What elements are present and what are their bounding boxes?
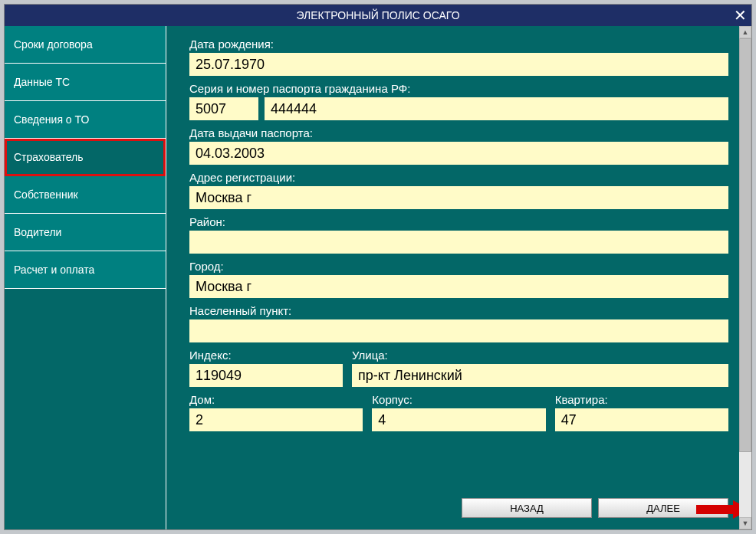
sidebar: Сроки договора Данные ТС Сведения о ТО С…	[5, 26, 166, 529]
scroll-down-icon[interactable]: ▼	[739, 517, 751, 529]
house-label: Дом:	[189, 393, 363, 406]
titlebar: ЭЛЕКТРОННЫЙ ПОЛИС ОСАГО ✕	[5, 5, 751, 26]
passport-number-input[interactable]	[265, 97, 728, 120]
locality-label: Населенный пункт:	[189, 304, 728, 317]
city-label: Город:	[189, 260, 728, 273]
city-input[interactable]	[189, 275, 728, 298]
sidebar-item-insurer[interactable]: Страхователь	[5, 139, 166, 176]
sidebar-item-label: Водители	[14, 226, 61, 238]
scroll-thumb[interactable]	[739, 38, 751, 452]
street-input[interactable]	[352, 364, 728, 387]
sidebar-item-payment[interactable]: Расчет и оплата	[5, 251, 166, 289]
birthdate-label: Дата рождения:	[189, 38, 728, 51]
sidebar-item-terms[interactable]: Сроки договора	[5, 26, 166, 64]
sidebar-item-owner[interactable]: Собственник	[5, 176, 166, 214]
sidebar-item-label: Данные ТС	[14, 76, 70, 88]
street-label: Улица:	[352, 349, 728, 362]
passport-series-input[interactable]	[189, 97, 258, 120]
index-input[interactable]	[189, 364, 343, 387]
apartment-label: Квартира:	[555, 393, 728, 406]
registration-label: Адрес регистрации:	[189, 171, 728, 184]
sidebar-item-label: Страхователь	[14, 151, 84, 163]
sidebar-item-inspection[interactable]: Сведения о ТО	[5, 101, 166, 139]
scrollbar[interactable]: ▲ ▼	[739, 26, 751, 529]
sidebar-item-label: Расчет и оплата	[14, 264, 94, 276]
scroll-up-icon[interactable]: ▲	[739, 26, 751, 38]
passport-date-input[interactable]	[189, 142, 728, 165]
district-input[interactable]	[189, 231, 728, 254]
back-button[interactable]: НАЗАД	[462, 498, 592, 518]
body-area: Сроки договора Данные ТС Сведения о ТО С…	[5, 26, 751, 529]
registration-input[interactable]	[189, 186, 728, 209]
sidebar-item-label: Сведения о ТО	[14, 113, 89, 126]
form-content: Дата рождения: Серия и номер паспорта гр…	[166, 26, 751, 529]
sidebar-item-vehicle[interactable]: Данные ТС	[5, 64, 166, 101]
district-label: Район:	[189, 215, 728, 228]
building-input[interactable]	[372, 408, 545, 431]
house-input[interactable]	[189, 408, 363, 431]
locality-input[interactable]	[189, 319, 728, 342]
sidebar-item-label: Сроки договора	[14, 38, 93, 51]
window-title: ЭЛЕКТРОННЫЙ ПОЛИС ОСАГО	[296, 9, 459, 21]
building-label: Корпус:	[372, 393, 545, 406]
passport-date-label: Дата выдачи паспорта:	[189, 126, 728, 139]
footer-buttons: НАЗАД ДАЛЕЕ	[462, 498, 728, 518]
sidebar-item-drivers[interactable]: Водители	[5, 214, 166, 251]
sidebar-item-label: Собственник	[14, 188, 78, 201]
modal-window: ЭЛЕКТРОННЫЙ ПОЛИС ОСАГО ✕ Сроки договора…	[4, 4, 752, 530]
index-label: Индекс:	[189, 349, 343, 362]
close-icon[interactable]: ✕	[734, 6, 747, 25]
birthdate-input[interactable]	[189, 53, 728, 76]
apartment-input[interactable]	[555, 408, 728, 431]
passport-label: Серия и номер паспорта гражданина РФ:	[189, 82, 728, 95]
